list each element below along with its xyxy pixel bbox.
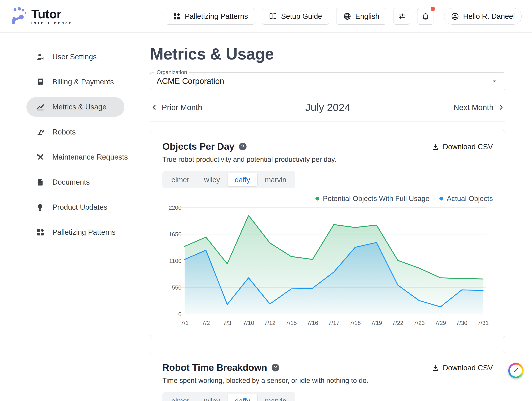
sliders-icon — [398, 12, 406, 20]
legend-label-actual: Actual Objects — [447, 194, 493, 203]
sidebar-item-metrics-usage[interactable]: Metrics & Usage — [26, 97, 124, 117]
svg-text:7/31: 7/31 — [477, 320, 489, 326]
setup-guide-button[interactable]: Setup Guide — [262, 8, 329, 25]
month-navigation: Prior Month July 2024 Next Month — [150, 100, 505, 121]
current-month-label: July 2024 — [305, 101, 350, 114]
objects-card-title: Objects Per Day — [162, 141, 234, 152]
svg-text:7/18: 7/18 — [349, 320, 361, 326]
download-csv-label: Download CSV — [443, 364, 493, 372]
logo: Tutor INTELLIGENCE — [10, 7, 73, 26]
preferences-button[interactable] — [393, 8, 410, 25]
app-header: Tutor INTELLIGENCE Palletizing Patterns … — [0, 0, 532, 33]
svg-text:1100: 1100 — [169, 258, 181, 264]
objects-tab-marvin[interactable]: marvin — [258, 173, 294, 187]
legend-label-potential: Potential Objects With Full Usage — [323, 194, 430, 203]
svg-text:7/1: 7/1 — [181, 320, 189, 326]
palletizing-patterns-button[interactable]: Palletizing Patterns — [166, 8, 255, 25]
robot-time-breakdown-card: Robot Time Breakdown ? Download CSV Time… — [150, 351, 505, 401]
svg-text:7/10: 7/10 — [243, 320, 254, 326]
document-icon — [36, 178, 45, 186]
svg-text:7/2: 7/2 — [202, 320, 210, 326]
organization-select-label: Organization — [154, 69, 189, 75]
chart-legend: Potential Objects With Full Usage Actual… — [162, 194, 493, 203]
eyedropper-icon — [513, 367, 519, 374]
organization-select[interactable]: Organization ACME Corporation — [150, 72, 505, 90]
time-card-title: Robot Time Breakdown — [162, 362, 267, 373]
objects-per-day-chart[interactable]: 05501100165022007/17/27/37/107/127/157/1… — [162, 204, 493, 328]
time-tab-marvin[interactable]: marvin — [258, 394, 294, 401]
sidebar-item-palletizing-patterns[interactable]: Palletizing Patterns — [26, 223, 124, 242]
bell-icon — [421, 12, 430, 20]
color-picker-fab[interactable] — [508, 363, 524, 378]
svg-text:7/22: 7/22 — [392, 320, 403, 326]
help-icon[interactable]: ? — [272, 364, 279, 371]
svg-text:7/16: 7/16 — [307, 320, 318, 326]
svg-text:0: 0 — [178, 311, 181, 317]
user-gear-icon — [36, 53, 45, 61]
setup-guide-label: Setup Guide — [281, 12, 322, 21]
svg-text:7/19: 7/19 — [371, 320, 382, 326]
objects-download-csv-button[interactable]: Download CSV — [431, 143, 493, 151]
time-card-subtitle: Time spent working, blocked by a sensor,… — [162, 377, 493, 385]
sidebar-label: Metrics & Usage — [52, 103, 107, 111]
legend-item-potential: Potential Objects With Full Usage — [316, 194, 430, 203]
download-icon — [431, 364, 439, 372]
logo-wordmark: Tutor — [31, 8, 73, 21]
book-icon — [269, 12, 277, 20]
account-icon — [451, 12, 459, 20]
sidebar-item-billing-payments[interactable]: Billing & Payments — [26, 72, 124, 92]
robot-arm-icon — [36, 128, 45, 136]
prior-month-label: Prior Month — [162, 103, 202, 112]
sidebar-label: Palletizing Patterns — [52, 228, 115, 236]
download-csv-label: Download CSV — [443, 143, 493, 151]
objects-tab-wiley[interactable]: wiley — [197, 173, 227, 187]
svg-text:7/12: 7/12 — [264, 320, 275, 326]
svg-text:7/29: 7/29 — [435, 320, 446, 326]
svg-text:7/15: 7/15 — [286, 320, 297, 326]
line-chart-icon — [36, 103, 45, 111]
objects-robot-tabs: elmer wiley daffy marvin — [162, 171, 295, 188]
prior-month-button[interactable]: Prior Month — [151, 103, 202, 112]
pallet-pattern-icon — [36, 228, 45, 236]
objects-tab-daffy[interactable]: daffy — [227, 173, 258, 187]
sidebar-label: Maintenance Requests — [52, 153, 128, 161]
language-label: English — [355, 12, 380, 21]
sidebar-item-documents[interactable]: Documents — [26, 172, 124, 192]
tutor-logo-icon — [10, 7, 28, 26]
sidebar-label: Documents — [52, 178, 90, 186]
organization-select-value: ACME Corporation — [157, 76, 224, 86]
sidebar-item-robots[interactable]: Robots — [26, 122, 124, 142]
objects-per-day-card: Objects Per Day ? Download CSV True robo… — [150, 130, 505, 338]
svg-text:7/17: 7/17 — [328, 320, 339, 326]
notification-dot — [431, 7, 435, 11]
svg-text:7/30: 7/30 — [456, 320, 467, 326]
sidebar-label: Robots — [52, 128, 76, 136]
receipt-icon — [36, 78, 45, 86]
sidebar-item-user-settings[interactable]: User Settings — [26, 47, 124, 67]
sidebar-item-maintenance-requests[interactable]: Maintenance Requests — [26, 147, 124, 167]
objects-tab-elmer[interactable]: elmer — [164, 173, 197, 187]
sidebar-label: Product Updates — [52, 203, 107, 211]
svg-text:1650: 1650 — [169, 231, 181, 237]
time-tab-daffy[interactable]: daffy — [227, 394, 258, 401]
time-tab-elmer[interactable]: elmer — [164, 394, 197, 401]
objects-card-subtitle: True robot productivity and potential pr… — [162, 156, 493, 164]
svg-text:7/3: 7/3 — [223, 320, 231, 326]
legend-item-actual: Actual Objects — [439, 194, 493, 203]
time-tab-wiley[interactable]: wiley — [197, 394, 227, 401]
notifications-button[interactable] — [417, 8, 434, 25]
download-icon — [431, 143, 439, 151]
sidebar-item-product-updates[interactable]: Product Updates — [26, 197, 124, 217]
chevron-left-icon — [151, 104, 158, 111]
next-month-button[interactable]: Next Month — [454, 103, 505, 112]
profile-button[interactable]: Hello R. Daneel — [444, 8, 522, 25]
main-content: Metrics & Usage Organization ACME Corpor… — [132, 33, 532, 401]
language-button[interactable]: English — [336, 8, 386, 25]
sidebar-label: Billing & Payments — [52, 78, 114, 86]
tools-icon — [36, 153, 45, 161]
svg-text:2200: 2200 — [169, 204, 181, 211]
section-divider — [150, 121, 505, 122]
svg-text:550: 550 — [172, 284, 181, 291]
help-icon[interactable]: ? — [239, 143, 247, 150]
time-download-csv-button[interactable]: Download CSV — [431, 364, 493, 372]
